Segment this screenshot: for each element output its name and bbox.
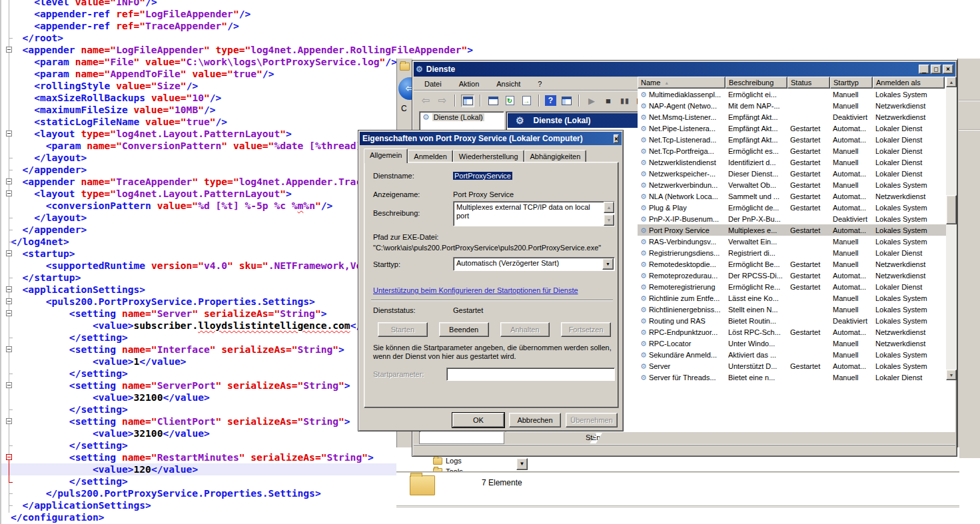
table-row[interactable]: ⚙Richtlinie zum Entfe...Lässt eine Ko...…	[638, 292, 946, 304]
chevron-down-icon[interactable]: ▼	[602, 258, 614, 270]
ok-button[interactable]: OK	[452, 413, 504, 427]
console-window-icon[interactable]	[461, 95, 474, 107]
scroll-up-icon[interactable]: ▲	[604, 202, 614, 213]
uebernehmen-button[interactable]: Übernehmen	[566, 413, 618, 427]
table-row[interactable]: ⚙Registrierungsdiens...Registriert di...…	[638, 247, 946, 258]
table-row[interactable]: ⚙Remoteprozedurau...Der RPCSS-Di...Gesta…	[638, 270, 946, 281]
table-row[interactable]: ⚙NetzwerklistendienstIdentifiziert d...G…	[638, 156, 946, 168]
table-row[interactable]: ⚙Net.Tcp-Listenerad...Empfängt Akt...Ges…	[638, 134, 946, 145]
back-icon[interactable]: ⇦	[419, 95, 432, 107]
table-row[interactable]: ⚙NLA (Network Loca...Sammelt und ...Gest…	[638, 190, 946, 202]
startoptionen-link[interactable]: Unterstützung beim Konfigurieren der Sta…	[373, 286, 578, 294]
table-row[interactable]: ⚙NAP-Agent (Netwo...Mit dem NAP-...Manue…	[638, 100, 946, 111]
scroll-down-icon[interactable]: ▼	[946, 370, 957, 380]
fold-toggle-icon[interactable]	[6, 250, 12, 256]
table-row[interactable]: ⚙Plug & PlayErmöglicht de...GestartetAut…	[638, 202, 946, 213]
table-cell: Netzwerkdienst	[873, 328, 945, 336]
startparameter-input[interactable]	[446, 368, 615, 381]
column-header[interactable]: Beschreibung	[726, 77, 787, 89]
tab-page-allgemein: Dienstname: PortProxyService Anzeigename…	[364, 162, 619, 408]
fold-toggle-icon[interactable]	[6, 47, 12, 53]
starttyp-combobox[interactable]: Automatisch (Verzögerter Start) ▼	[453, 257, 615, 271]
minimize-button[interactable]: _	[919, 65, 929, 74]
show-console-tree-icon[interactable]	[560, 95, 573, 107]
table-row[interactable]: ⚙RAS-Verbindungsv...Verwaltet Ein...Manu…	[638, 236, 946, 247]
fold-toggle-icon[interactable]	[6, 178, 12, 184]
table-row[interactable]: ⚙Netzwerkspeicher-...Dieser Dienst...Ges…	[638, 168, 946, 179]
start-service-icon[interactable]: ▶	[585, 95, 598, 107]
table-row[interactable]: ⚙Server für Threads...Bietet eine n...Ma…	[638, 372, 946, 380]
table-row[interactable]: ⚙Net.Pipe-Listenera...Empfängt Akt...Ges…	[638, 123, 946, 134]
table-cell: Automat...	[830, 136, 873, 144]
table-row[interactable]: ⚙RemoteregistrierungErmöglicht Re...Gest…	[638, 281, 946, 292]
vertical-scrollbar[interactable]: ▲ ▼	[946, 77, 957, 380]
table-cell: ⚙Net.Pipe-Listenera...	[638, 125, 726, 132]
pause-service-icon[interactable]: ▮▮	[618, 95, 632, 107]
table-row[interactable]: ⚙Sekundäre Anmeld...Aktiviert das ...Man…	[638, 349, 946, 360]
tab-wiederherstellung[interactable]: Wiederherstellung	[453, 150, 524, 162]
beenden-button[interactable]: Beenden	[439, 322, 489, 337]
fold-toggle-icon[interactable]	[6, 286, 12, 292]
dienstname-value[interactable]: PortProxyService	[453, 172, 512, 180]
fortsetzen-button[interactable]: Fortsetzen	[561, 322, 611, 337]
refresh-icon[interactable]: ↻	[503, 95, 516, 107]
table-row[interactable]: ⚙ServerUnterstützt D...GestartetAutomat.…	[638, 360, 946, 372]
textbox-scrollbar[interactable]: ▲ ▼	[604, 202, 614, 226]
fold-toggle-icon[interactable]	[6, 418, 12, 424]
tab-anmelden[interactable]: Anmelden	[408, 150, 453, 162]
fold-toggle-icon[interactable]	[6, 310, 12, 316]
close-icon[interactable]: ×	[614, 134, 619, 143]
scroll-up-icon[interactable]: ▲	[946, 77, 957, 87]
code-line: <appender-ref ref="TraceAppender"/>	[1, 20, 473, 32]
column-header[interactable]: Name▲	[638, 77, 726, 89]
dialog-titlebar[interactable]: Eigenschaften von Port Proxy Service (Lo…	[360, 132, 622, 145]
column-header[interactable]: Starttyp	[830, 77, 873, 89]
table-row[interactable]: ⚙Port Proxy ServiceMultiplexes e...Gesta…	[638, 224, 946, 236]
menu-hilfe[interactable]: ?	[538, 80, 542, 88]
services-titlebar[interactable]: ⚙ Dienste _ □ ×	[414, 62, 955, 77]
starten-button[interactable]: Starten	[378, 322, 428, 337]
anhalten-button[interactable]: Anhalten	[500, 322, 550, 337]
forward-icon[interactable]: ⇨	[436, 95, 449, 107]
table-row[interactable]: ⚙RPC-LocatorUnter Windo...ManuellNetzwer…	[638, 338, 946, 349]
tab-abhaengigkeiten[interactable]: Abhängigkeiten	[524, 150, 587, 162]
menu-aktion[interactable]: Aktion	[459, 80, 480, 88]
column-header[interactable]: Anmelden als	[873, 77, 945, 89]
fold-toggle-icon[interactable]	[6, 298, 12, 304]
table-cell: Manuell	[830, 238, 873, 246]
beschreibung-textbox[interactable]: Multiplexes external TCP/IP data on loca…	[453, 201, 615, 226]
fold-toggle-icon[interactable]	[6, 190, 12, 196]
column-header[interactable]: Status	[787, 77, 830, 89]
table-row[interactable]: ⚙Remotedesktopdie...Ermöglicht Be...Gest…	[638, 258, 946, 270]
table-row[interactable]: ⚙RPC-Endpunktzuor...Löst RPC-Sch...Gesta…	[638, 326, 946, 338]
table-row[interactable]: ⚙PnP-X-IP-Busenum...Der PnP-X-Bu...Deakt…	[638, 213, 946, 224]
fold-toggle-icon[interactable]	[6, 346, 12, 352]
fold-toggle-icon[interactable]	[6, 454, 12, 460]
close-button[interactable]: ×	[943, 65, 953, 74]
table-cell: Identifiziert d...	[726, 158, 787, 166]
tree-item-logs[interactable]: Logs	[433, 455, 463, 466]
menu-datei[interactable]: Datei	[424, 80, 442, 88]
service-icon: ⚙	[640, 215, 647, 223]
help-icon[interactable]: ?	[545, 95, 556, 106]
export-list-icon[interactable]: →	[520, 95, 533, 107]
table-cell: Ermöglicht es...	[726, 147, 787, 155]
table-row[interactable]: ⚙Routing und RASBietet Routin...Deaktivi…	[638, 315, 946, 326]
table-row[interactable]: ⚙Net.Tcp-Portfreiga...Ermöglicht es...Ge…	[638, 145, 946, 156]
properties-icon[interactable]	[486, 95, 500, 107]
tab-allgemein[interactable]: Allgemein	[364, 148, 408, 163]
scrollbar-thumb[interactable]	[946, 195, 957, 224]
table-row[interactable]: ⚙Richtlinienergebniss...Stellt einen N..…	[638, 304, 946, 315]
dropdown-icon[interactable]: ▼	[516, 458, 528, 470]
fold-toggle-icon[interactable]	[6, 131, 12, 136]
abbrechen-button[interactable]: Abbrechen	[509, 413, 561, 427]
scroll-down-icon[interactable]: ▼	[604, 214, 614, 226]
tree-item-dienste-lokal[interactable]: ⚙ Dienste (Lokal)	[422, 113, 504, 121]
stop-service-icon[interactable]: ■	[602, 95, 615, 107]
table-row[interactable]: ⚙Netzwerkverbindun...Verwaltet Ob...Gest…	[638, 179, 946, 190]
menu-ansicht[interactable]: Ansicht	[496, 80, 520, 88]
table-row[interactable]: ⚙Multimediaklassenpl...Ermöglicht ei...M…	[638, 89, 946, 100]
maximize-button[interactable]: □	[931, 65, 941, 74]
fold-toggle-icon[interactable]	[6, 382, 12, 388]
table-row[interactable]: ⚙Net.Msmq-Listener...Empfängt Akt...Deak…	[638, 111, 946, 123]
